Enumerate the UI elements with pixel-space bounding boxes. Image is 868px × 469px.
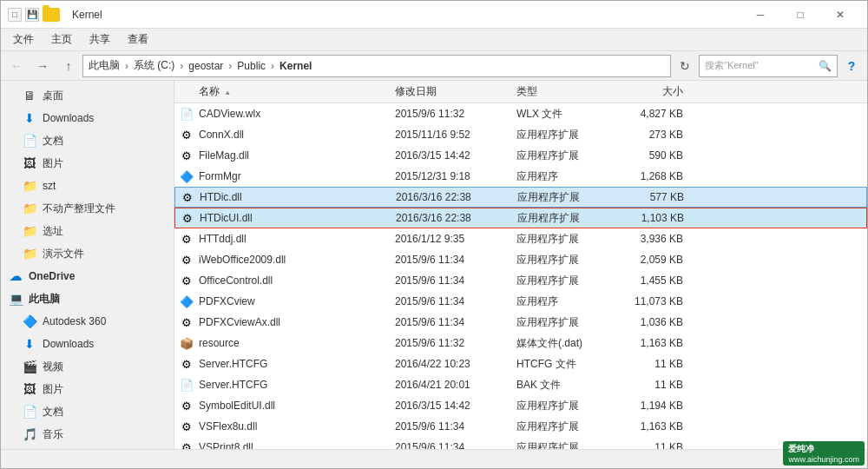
title-bar-icons: □ 💾 — [8, 8, 65, 22]
address-bar[interactable]: 此电脑 › 系统 (C:) › geostar › Public › Kerne… — [82, 55, 671, 77]
column-header: 名称 ▲ 修改日期 类型 大小 — [174, 81, 867, 103]
col-header-size[interactable]: 大小 — [612, 84, 690, 99]
sidebar-label-szt: szt — [43, 180, 56, 192]
table-row[interactable]: ⚙ VSFlex8u.dll 2015/9/6 11:34 应用程序扩展 1,1… — [174, 416, 867, 437]
refresh-button[interactable]: ↻ — [673, 54, 697, 78]
table-row[interactable]: ⚙ Server.HTCFG 2016/4/22 10:23 HTCFG 文件 … — [174, 353, 867, 374]
file-icon: 🔷 — [178, 168, 195, 185]
minimize-button[interactable]: ─ — [740, 1, 780, 29]
table-row[interactable]: 📄 Server.HTCFG 2016/4/21 20:01 BAK 文件 11… — [174, 374, 867, 395]
file-name: HTDic.dll — [200, 191, 396, 203]
menu-file[interactable]: 文件 — [4, 30, 43, 50]
table-row[interactable]: ⚙ iWebOffice2009.dll 2015/9/6 11:34 应用程序… — [174, 249, 867, 270]
sidebar-label-pictures: 图片 — [43, 156, 63, 171]
sidebar-item-selected[interactable]: 📁 选址 — [1, 220, 174, 242]
address-kernel[interactable]: Kernel — [279, 60, 312, 72]
file-date: 2016/4/22 10:23 — [395, 358, 516, 370]
col-header-type[interactable]: 类型 — [516, 84, 612, 99]
sidebar-item-documents[interactable]: 📄 文档 — [1, 129, 174, 152]
table-row[interactable]: ⚙ ConnX.dll 2015/11/16 9:52 应用程序扩展 273 K… — [174, 124, 867, 145]
close-button[interactable]: ✕ — [820, 1, 860, 29]
downloads-icon: ⬇ — [22, 111, 37, 125]
search-icon[interactable]: 🔍 — [819, 60, 832, 72]
file-icon: ⚙ — [178, 272, 195, 289]
sidebar-item-szt[interactable]: 📁 szt — [1, 175, 174, 197]
table-row[interactable]: ⚙ HTTddj.dll 2016/1/12 9:35 应用程序扩展 3,936… — [174, 228, 867, 249]
table-row[interactable]: ⚙ PDFXCviewAx.dll 2015/9/6 11:34 应用程序扩展 … — [174, 312, 867, 333]
file-icon: ⚙ — [178, 230, 195, 248]
sidebar-label-property: 不动产整理文件 — [43, 201, 115, 216]
speech-icon: 📁 — [22, 247, 37, 261]
file-name: Server.HTCFG — [199, 358, 395, 370]
address-geostar[interactable]: geostar — [188, 60, 223, 72]
file-date: 2015/9/6 11:34 — [395, 274, 516, 287]
file-type: 应用程序扩展 — [516, 149, 612, 163]
file-date: 2016/3/15 14:42 — [395, 400, 516, 412]
sidebar-item-documents2[interactable]: 📄 文档 — [1, 400, 174, 423]
sidebar-item-autodesk[interactable]: 🔷 Autodesk 360 — [1, 310, 174, 333]
sidebar-item-video[interactable]: 🎬 视频 — [1, 355, 174, 378]
address-systemc[interactable]: 系统 (C:) — [134, 58, 174, 73]
watermark-line1: 爱纯净 — [788, 443, 859, 455]
file-name: FormMgr — [199, 170, 395, 182]
sidebar-item-downloads2[interactable]: ⬇ Downloads — [1, 333, 174, 355]
file-type: 应用程序扩展 — [516, 128, 612, 142]
sidebar-label-desktop: 桌面 — [43, 89, 63, 103]
table-row[interactable]: ⚙ OfficeControl.dll 2015/9/6 11:34 应用程序扩… — [174, 270, 867, 291]
file-name: ConnX.dll — [199, 129, 395, 141]
table-row[interactable]: ⚙ HTDic.dll 2016/3/16 22:38 应用程序扩展 577 K… — [174, 187, 867, 208]
pictures-icon: 🖼 — [22, 156, 37, 170]
table-row[interactable]: ⚙ VSPrint8.dll 2015/9/6 11:34 应用程序扩展 11 … — [174, 437, 867, 449]
up-button[interactable]: ↑ — [56, 54, 81, 78]
sidebar-item-speech[interactable]: 📁 演示文件 — [1, 242, 174, 265]
sidebar-item-downloads[interactable]: ⬇ Downloads — [1, 107, 174, 129]
sidebar-label-pictures2: 图片 — [43, 382, 63, 397]
file-size: 1,455 KB — [612, 274, 690, 287]
sidebar-item-music[interactable]: 🎵 音乐 — [1, 423, 174, 446]
file-size: 273 KB — [612, 129, 690, 141]
file-date: 2015/9/6 11:34 — [395, 316, 516, 328]
back-button[interactable]: ← — [4, 54, 29, 78]
file-type: 应用程序扩展 — [516, 274, 612, 288]
sidebar-item-pictures[interactable]: 🖼 图片 — [1, 152, 174, 175]
table-row[interactable]: ⚙ SymbolEditUI.dll 2016/3/15 14:42 应用程序扩… — [174, 395, 867, 416]
file-type: BAK 文件 — [516, 378, 612, 393]
address-public[interactable]: Public — [237, 60, 266, 72]
sidebar-item-desktop[interactable]: 🖥 桌面 — [1, 84, 174, 107]
file-name: OfficeControl.dll — [199, 274, 395, 287]
menu-view[interactable]: 查看 — [119, 30, 157, 50]
file-icon: 📄 — [178, 376, 195, 393]
file-name: Server.HTCFG — [199, 379, 395, 391]
file-type: 媒体文件(.dat) — [516, 336, 612, 351]
title-icon-save[interactable]: 💾 — [25, 8, 39, 22]
title-icon-new[interactable]: □ — [8, 8, 22, 22]
search-box[interactable]: 搜索"Kernel" 🔍 — [699, 55, 838, 77]
sidebar-item-pictures2[interactable]: 🖼 图片 — [1, 378, 174, 400]
file-date: 2016/3/16 22:38 — [396, 191, 517, 203]
status-bar — [1, 449, 867, 468]
file-icon: ⚙ — [178, 355, 195, 373]
file-icon: ⚙ — [178, 126, 195, 143]
menu-home[interactable]: 主页 — [43, 30, 81, 50]
sidebar-thispc[interactable]: 💻 此电脑 — [1, 287, 174, 310]
table-row[interactable]: ⚙ HTDicUI.dll 2016/3/16 22:38 应用程序扩展 1,1… — [174, 208, 867, 228]
maximize-button[interactable]: □ — [780, 1, 820, 29]
help-button[interactable]: ? — [839, 54, 864, 78]
forward-button[interactable]: → — [30, 54, 55, 78]
table-row[interactable]: ⚙ FileMag.dll 2016/3/15 14:42 应用程序扩展 590… — [174, 145, 867, 166]
table-row[interactable]: 📄 CADView.wlx 2015/9/6 11:32 WLX 文件 4,82… — [174, 103, 867, 124]
table-row[interactable]: 📦 resource 2015/9/6 11:32 媒体文件(.dat) 1,1… — [174, 333, 867, 353]
col-header-date[interactable]: 修改日期 — [395, 84, 516, 99]
sidebar-item-property[interactable]: 📁 不动产整理文件 — [1, 197, 174, 220]
address-thispc[interactable]: 此电脑 — [89, 58, 120, 73]
sort-arrow-name: ▲ — [224, 89, 231, 96]
sidebar-label-video: 视频 — [43, 360, 63, 374]
sidebar-onedrive[interactable]: ☁ OneDrive — [1, 265, 174, 287]
menu-share[interactable]: 共享 — [81, 30, 119, 50]
col-header-name[interactable]: 名称 ▲ — [178, 84, 395, 99]
file-name: PDFXCviewAx.dll — [199, 316, 395, 328]
file-list: 📄 CADView.wlx 2015/9/6 11:32 WLX 文件 4,82… — [174, 103, 867, 449]
table-row[interactable]: 🔷 PDFXCview 2015/9/6 11:34 应用程序 11,073 K… — [174, 291, 867, 312]
file-type: HTCFG 文件 — [516, 357, 612, 372]
table-row[interactable]: 🔷 FormMgr 2015/12/31 9:18 应用程序 1,268 KB — [174, 166, 867, 187]
